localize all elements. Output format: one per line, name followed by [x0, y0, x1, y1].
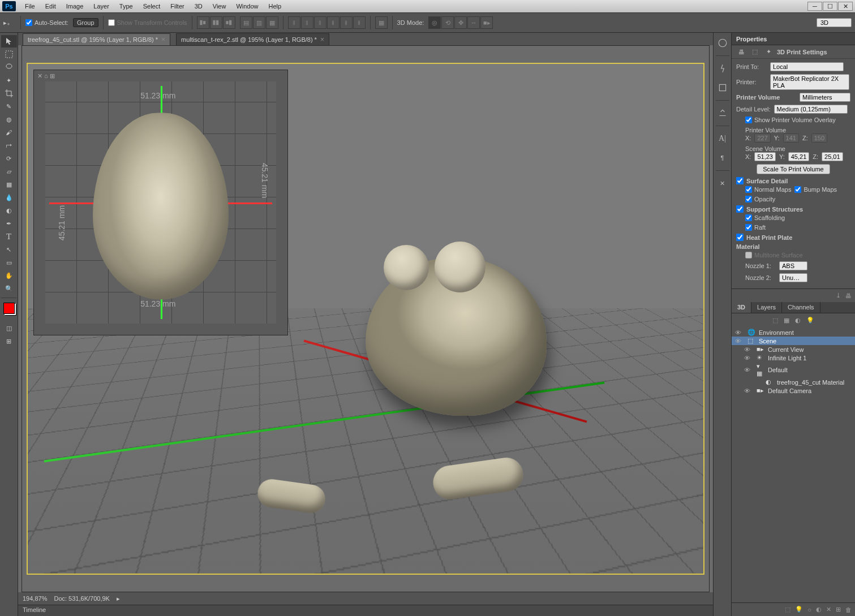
svol-z[interactable]: 25,01	[822, 152, 843, 161]
trash-icon[interactable]: 🗑	[845, 606, 852, 613]
rail-btn[interactable]	[716, 62, 729, 75]
menu-image[interactable]: Image	[62, 1, 88, 11]
color-swatch[interactable]	[3, 303, 15, 314]
3d-model[interactable]	[366, 257, 547, 416]
3d-pan-btn[interactable]: ✥	[454, 16, 467, 29]
rail-btn[interactable]: A|	[716, 132, 729, 145]
menu-file[interactable]: File	[20, 1, 40, 11]
tree-item[interactable]: 👁■▸Default Camera	[732, 386, 855, 395]
tab-3d[interactable]: 3D	[732, 302, 751, 313]
eraser-tool[interactable]: ▱	[1, 165, 17, 178]
rail-btn[interactable]	[716, 106, 729, 120]
shape-tool[interactable]: ▭	[1, 256, 17, 269]
type-tool[interactable]: T	[1, 230, 17, 243]
footer-icon[interactable]: ○	[807, 606, 811, 613]
normal-maps-checkbox[interactable]: Normal Maps	[745, 186, 791, 193]
align-btn[interactable]: ▥	[253, 16, 265, 29]
pen-tool[interactable]: ✒	[1, 217, 17, 230]
print-icon[interactable]: 🖶	[845, 292, 852, 299]
footer-icon[interactable]: ◐	[816, 606, 822, 613]
menu-view[interactable]: View	[208, 1, 231, 11]
filter-material-icon[interactable]: ◐	[795, 317, 801, 324]
footer-icon[interactable]: ⬚	[785, 606, 790, 613]
zoom-tool[interactable]: 🔍	[1, 282, 17, 295]
lasso-tool[interactable]	[1, 61, 17, 74]
printer-select[interactable]: MakerBot Replicator 2X PLA	[770, 74, 849, 90]
align-btn[interactable]: ▤	[240, 16, 252, 29]
menu-type[interactable]: Type	[115, 1, 138, 11]
menu-help[interactable]: Help	[264, 1, 286, 11]
tree-item[interactable]: 👁🌐Environment	[732, 328, 855, 337]
support-checkbox[interactable]	[736, 205, 744, 213]
dist-btn[interactable]: ⫵	[340, 16, 353, 29]
opacity-checkbox[interactable]: Opacity	[745, 196, 776, 203]
surface-checkbox[interactable]	[736, 177, 744, 184]
close-icon[interactable]: ×	[161, 36, 165, 44]
raft-checkbox[interactable]: Raft	[745, 224, 776, 231]
svol-x[interactable]: 51,23	[754, 152, 776, 161]
tab-channels[interactable]: Channels	[782, 302, 820, 313]
crop-tool[interactable]	[1, 87, 17, 100]
3d-zoom-btn[interactable]: ■▸	[480, 16, 493, 29]
dist-btn[interactable]: ⫴	[301, 16, 313, 29]
zoom-level[interactable]: 194,87%	[23, 595, 47, 602]
maximize-button[interactable]: ☐	[823, 2, 837, 11]
detail-select[interactable]: Medium (0,125mm)	[774, 105, 848, 114]
svol-y[interactable]: 45,21	[788, 152, 810, 161]
show-overlay-checkbox[interactable]: Show Printer Volume Overlay	[745, 117, 836, 123]
3d-roll-btn[interactable]: ⟲	[441, 16, 454, 29]
align-btn[interactable]	[197, 16, 209, 29]
dist-btn[interactable]: ⫴	[314, 16, 326, 29]
menu-window[interactable]: Window	[231, 1, 263, 11]
auto-select-checkbox[interactable]: Auto-Select:	[25, 19, 68, 26]
path-tool[interactable]: ↖	[1, 243, 17, 256]
tree-item[interactable]: 👁■▸Current View	[732, 345, 855, 354]
nozzle2-select[interactable]: Unu…	[779, 273, 807, 282]
secondary-view[interactable]: ✕ ⌂ ⊞ 51.23 mm 51.23 mm 45.21 mm 45.21 m…	[33, 70, 288, 335]
scale-btn[interactable]: Scale To Print Volume	[757, 164, 830, 174]
wand-tool[interactable]: ✦	[1, 74, 17, 87]
history-brush-tool[interactable]: ⟳	[1, 152, 17, 165]
close-icon[interactable]: ×	[320, 36, 324, 44]
timeline-panel[interactable]: Timeline	[18, 605, 713, 616]
menu-layer[interactable]: Layer	[89, 1, 114, 11]
dist-btn[interactable]: ⫵	[353, 16, 366, 29]
3d-slide-btn[interactable]: ↔	[467, 16, 480, 29]
tree-item[interactable]: 👁⬚Scene	[732, 337, 855, 345]
blur-tool[interactable]: 💧	[1, 191, 17, 204]
doc-tab-1[interactable]: multiscan_t-rex_2.stl @ 195% (Layer 1, R…	[176, 33, 329, 45]
canvas[interactable]: ✕ ⌂ ⊞ 51.23 mm 51.23 mm 45.21 mm 45.21 m…	[22, 45, 710, 592]
tab-layers[interactable]: Layers	[751, 302, 782, 313]
minimize-button[interactable]: ─	[807, 2, 822, 11]
menu-filter[interactable]: Filter	[166, 1, 188, 11]
dist-btn[interactable]: ⫵	[327, 16, 340, 29]
gradient-tool[interactable]: ▦	[1, 178, 17, 191]
export-icon[interactable]: ⤓	[836, 292, 841, 299]
heal-tool[interactable]: ◍	[1, 113, 17, 126]
menu-3d[interactable]: 3D	[190, 1, 207, 11]
brush-tool[interactable]: 🖌	[1, 126, 17, 139]
menu-select[interactable]: Select	[139, 1, 165, 11]
hand-tool[interactable]: ✋	[1, 269, 17, 282]
3d-orbit-btn[interactable]: ◎	[428, 16, 441, 29]
dist-btn[interactable]: ⫴	[288, 16, 300, 29]
filter-mesh-icon[interactable]: ▦	[784, 317, 789, 324]
footer-icon[interactable]: 💡	[795, 606, 803, 613]
move-tool[interactable]	[1, 35, 17, 48]
screen-mode-btn[interactable]: ⊞	[1, 335, 17, 347]
marquee-tool[interactable]	[1, 48, 17, 61]
filter-scene-icon[interactable]: ⬚	[772, 317, 778, 324]
filter-light-icon[interactable]: 💡	[806, 317, 814, 324]
tree-item[interactable]: ◐treefrog_45_cut Material	[732, 378, 855, 386]
footer-icon[interactable]: ✕	[826, 606, 831, 613]
menu-edit[interactable]: Edit	[41, 1, 61, 11]
rail-btn[interactable]	[716, 81, 729, 94]
show-transform-checkbox[interactable]: Show Transform Controls	[108, 19, 187, 26]
heat-checkbox[interactable]	[736, 234, 744, 241]
close-button[interactable]: ✕	[838, 2, 853, 11]
unit-select[interactable]: Millimeters	[800, 93, 850, 102]
eyedropper-tool[interactable]: ✎	[1, 100, 17, 113]
auto-select-dropdown[interactable]: Group	[73, 18, 98, 27]
nozzle1-select[interactable]: ABS	[779, 261, 807, 270]
dodge-tool[interactable]: ◐	[1, 204, 17, 217]
